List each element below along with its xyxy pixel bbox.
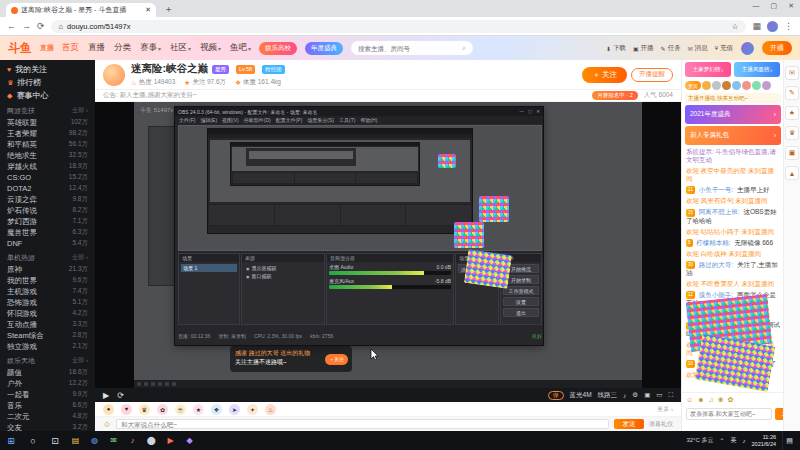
chat-message[interactable]: 欢迎 风里有诗句 来到直播间 [686,197,780,205]
chat-message[interactable]: 欢迎 不吃香菜星人 来到直播间 [686,280,780,288]
sidebar-category[interactable]: Steam综合 2.8万 [0,330,95,341]
rank-user-avatar[interactable] [732,81,741,90]
theater-mode-icon[interactable]: ▭ [656,391,662,399]
activity-promo-card[interactable]: 2021年度盛典› [685,105,781,124]
chat-message[interactable]: 系统提示: 斗鱼倡导绿色直播,请文明互动 [686,148,780,164]
sidebar-category[interactable]: 王者荣耀 98.2万 [0,128,95,139]
site-search[interactable]: ⌕ [351,41,473,55]
gift-item[interactable]: ★ [193,404,204,415]
sidebar-category[interactable]: DOTA2 12.4万 [0,183,95,194]
window-minimize-button[interactable]: — [753,2,760,10]
remind-button[interactable]: 开播提醒 [631,68,673,82]
gift-item[interactable]: ☕ [175,404,186,415]
player-settings-icon[interactable]: ⚙ [632,391,638,399]
sidebar-top-item[interactable]: ◆ 赛事中心 [0,89,95,102]
rail-widget[interactable]: ★ [785,106,799,120]
nav-item[interactable]: 分类 [114,42,131,54]
gift-item[interactable]: ♛ [139,404,150,415]
chat-username[interactable]: 小鱼干一号: [699,186,733,193]
taskbar-clock[interactable]: 11:26 2021/6/24 [752,434,776,447]
gift-item[interactable]: ✿ [157,404,168,415]
sidebar-category[interactable]: 音乐 6.6万 [0,400,95,411]
chat-send-button[interactable]: 发送 [775,408,783,420]
go-live-button[interactable]: 开播 [762,41,792,55]
nav-right-item[interactable]: ✎ 任务 [661,44,681,53]
chat-username[interactable]: 路过的大哥: [699,261,733,268]
sidebar-top-item[interactable]: ♥ 我的关注 [0,63,95,76]
sidebar-category[interactable]: 炉石传说 8.2万 [0,205,95,216]
rank-user-avatar[interactable] [742,81,751,90]
volume-tray-icon[interactable]: ♪ [743,438,746,444]
new-tab-button[interactable]: ＋ [164,3,173,16]
section-more-link[interactable]: 全部 › [72,253,88,262]
task-view-icon[interactable]: ⊡ [44,431,66,450]
newbie-gift-card[interactable]: 新人专属礼包› [685,126,781,145]
quick-emote-icon[interactable]: ☺ [686,396,693,404]
rail-widget[interactable]: ▣ [785,146,799,160]
chat-message[interactable]: 30 路过的大哥: 关注了,主播加油 [686,261,780,277]
danmu-send-button[interactable]: 发送 [614,419,644,429]
quick-emote-icon[interactable]: ✿ [728,396,734,404]
sidebar-category[interactable]: 英雄联盟 102万 [0,117,95,128]
sidebar-category[interactable]: 和平精英 56.1万 [0,139,95,150]
chat-username[interactable]: 柠檬精本精: [696,239,730,246]
gift-item[interactable]: ➤ [229,404,240,415]
danmu-etiquette-link[interactable]: 弹幕礼仪 [649,420,673,429]
browser-tab[interactable]: 迷离险:峡谷之巅 - 星秀 - 斗鱼直播 ✕ [6,3,156,17]
refresh-stream-button[interactable]: ⟳ [117,391,124,400]
chat-username[interactable]: 阿离不想上班: [699,208,740,215]
chat-message[interactable]: 15 阿离不想上班: 这OBS套娃了哈哈哈 [686,208,780,224]
sidebar-category[interactable]: 交友 3.2万 [0,422,95,431]
taskbar-app-icon[interactable]: ♪ [123,431,142,450]
sidebar-category[interactable]: 魔兽世界 6.3万 [0,227,95,238]
sidebar-category[interactable]: 梦幻西游 7.1万 [0,216,95,227]
weather-text[interactable]: 32°C 多云 [686,436,713,445]
rank-user-avatar[interactable] [712,81,721,90]
sidebar-category[interactable]: 一起看 9.9万 [0,389,95,400]
bookmark-star-icon[interactable]: ☆ [732,22,739,31]
taskbar-app-icon[interactable]: ⬤ [142,431,161,450]
search-icon[interactable]: ⌕ [462,44,466,52]
nav-right-item[interactable]: ✉ 消息 [688,44,708,53]
omnibox[interactable]: ⌂ douyu.com/51497x ☆ [51,20,747,33]
rank-user-avatar[interactable] [702,81,711,90]
rank-user-avatar[interactable] [722,81,731,90]
emote-icon[interactable]: ☺ [103,420,111,429]
nav-item[interactable]: 首页 [62,42,79,54]
forward-icon[interactable]: → [22,21,31,31]
volume-icon[interactable]: ♪ [623,392,626,399]
nav-right-item[interactable]: ▣ 开播 [633,44,654,53]
nav-item[interactable]: 鱼吧 ▾ [230,42,251,54]
sidebar-category[interactable]: 绝地求生 32.5万 [0,150,95,161]
taskbar-search-icon[interactable]: ○ [22,431,44,450]
rank-user-avatar[interactable] [752,81,761,90]
back-icon[interactable]: ← [7,21,16,31]
weekly-star-card[interactable]: 主播周星榜› [734,62,780,77]
rail-widget[interactable]: ✎ [785,86,799,100]
sidebar-category[interactable]: 独立游戏 2.1万 [0,341,95,352]
streamer-avatar[interactable] [103,64,125,86]
url-text[interactable]: douyu.com/51497x [67,22,728,31]
taskbar-app-icon[interactable]: ◍ [85,431,104,450]
sidebar-category[interactable]: CS:GO 15.2万 [0,172,95,183]
danmu-input[interactable] [116,419,609,429]
nav-item[interactable]: 直播 [88,42,105,54]
chat-message[interactable]: 欢迎 夜空中最亮的星 来到直播间 [686,167,780,183]
chat-input[interactable] [686,408,772,420]
cast-icon[interactable]: ▣ [644,391,650,399]
nav-item[interactable]: 社区 ▾ [170,42,191,54]
sidebar-category[interactable]: 穿越火线 18.9万 [0,161,95,172]
taskbar-app-icon[interactable]: ◆ [180,431,199,450]
extensions-icon[interactable]: ▦ [752,21,761,31]
chat-message[interactable]: 21 小鱼干一号: 主播早上好 [686,186,780,194]
browser-menu-icon[interactable]: ⋮ [784,21,793,31]
sidebar-category[interactable]: 怀旧游戏 4.2万 [0,308,95,319]
gift-item[interactable]: ❖ [211,404,222,415]
sidebar-category[interactable]: DNF 5.4万 [0,238,95,249]
taskbar-app-icon[interactable]: ✉ [104,431,123,450]
search-input[interactable] [358,45,458,52]
gift-item[interactable]: ● [103,404,114,415]
refresh-icon[interactable]: ⟳ [37,21,45,31]
nav-item[interactable]: 赛事 ▾ [140,42,161,54]
sidebar-top-item[interactable]: ♛ 排行榜 [0,76,95,89]
